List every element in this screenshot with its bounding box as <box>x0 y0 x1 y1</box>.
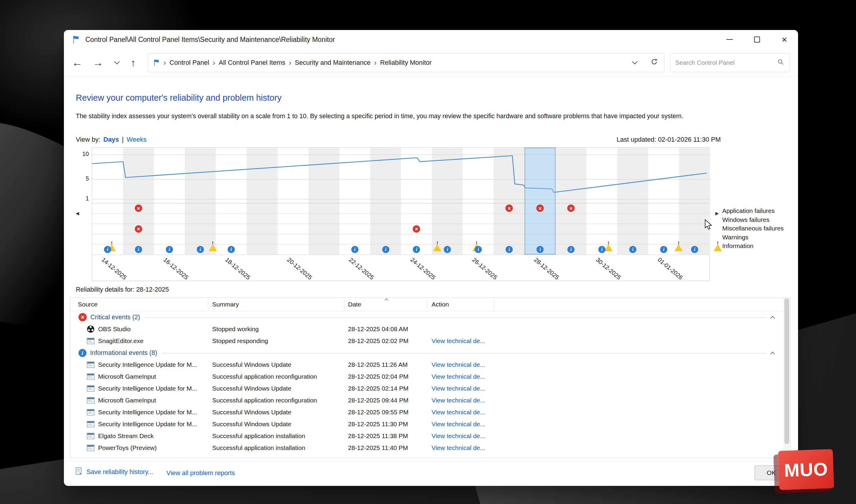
page-description: The stability index assesses your system… <box>76 112 780 120</box>
application-failure-icon: × <box>567 205 575 212</box>
event-summary: Successful Windows Update <box>212 409 291 416</box>
y-axis-tick-label: 5 <box>75 175 89 182</box>
address-bar[interactable]: › Control Panel›All Control Panel Items›… <box>148 53 664 72</box>
y-axis-tick-label: 10 <box>75 150 89 157</box>
scrollbar-thumb[interactable] <box>784 299 789 444</box>
details-table-body: ×Critical events (2)OBS StudioStopped wo… <box>70 311 783 458</box>
date-axis-label: 01-01-2026 <box>656 256 684 281</box>
search-icon <box>777 58 785 67</box>
application-icon <box>87 421 94 427</box>
critical-events-icon: × <box>78 313 87 321</box>
event-summary: Successful application reconfiguration <box>212 397 317 404</box>
save-reliability-history-link[interactable]: Save reliability history... <box>87 468 153 476</box>
chart-scroll-right-icon[interactable]: ► <box>714 211 720 216</box>
application-failure-icon: × <box>537 205 544 212</box>
details-table-header: SourceSummaryDateAction <box>70 298 790 311</box>
navigation-bar: ← → ↑ › Control Panel›All Control Panel … <box>64 49 798 76</box>
chart-row-separator <box>92 203 710 203</box>
event-row[interactable]: Elgato Stream DeckSuccessful application… <box>70 430 783 442</box>
collapse-group-icon[interactable] <box>770 352 775 356</box>
event-row[interactable]: Security Intelligence Update for M...Suc… <box>70 382 783 394</box>
report-document-icon <box>75 467 83 477</box>
breadcrumb-item[interactable]: Security and Maintenance <box>292 59 373 67</box>
breadcrumb-item[interactable]: Control Panel <box>167 59 212 67</box>
sort-ascending-icon <box>385 298 388 302</box>
refresh-icon[interactable] <box>650 58 658 68</box>
column-header-date[interactable]: Date <box>348 301 361 308</box>
event-row[interactable]: Microsoft GameInputSuccessful applicatio… <box>70 394 783 406</box>
muo-watermark: MUO <box>778 449 834 490</box>
group-divider-line <box>145 318 766 318</box>
view-technical-details-link[interactable]: View technical de... <box>432 444 485 451</box>
date-axis-label: 22-12-2025 <box>347 256 375 281</box>
view-by-days-link[interactable]: Days <box>103 136 119 143</box>
search-box[interactable] <box>670 53 790 72</box>
legend-item: Warnings <box>722 233 784 242</box>
collapse-group-icon[interactable] <box>770 316 775 321</box>
obs-studio-icon <box>87 325 94 333</box>
chart-row-separator <box>92 234 710 234</box>
date-axis-label: 16-12-2025 <box>162 256 190 281</box>
event-date: 28-12-2025 11:26 AM <box>348 361 407 368</box>
back-button[interactable]: ← <box>69 49 85 76</box>
date-axis-label: 18-12-2025 <box>224 256 251 281</box>
event-group-row[interactable]: iInformational events (8) <box>70 347 783 359</box>
column-header-summary[interactable]: Summary <box>212 301 239 308</box>
view-technical-details-link[interactable]: View technical de... <box>432 337 485 344</box>
event-row[interactable]: PowerToys (Preview)Successful applicatio… <box>70 442 783 454</box>
reliability-monitor-window: Control Panel\All Control Panel Items\Se… <box>64 30 798 486</box>
up-button[interactable]: ↑ <box>125 49 141 76</box>
information-icon: i <box>537 246 544 253</box>
recent-pages-dropdown[interactable] <box>110 49 123 76</box>
column-header-source[interactable]: Source <box>78 301 98 308</box>
breadcrumb-separator-icon[interactable]: › <box>212 58 216 67</box>
event-row[interactable]: Microsoft GameInputSuccessful applicatio… <box>70 371 783 382</box>
view-technical-details-link[interactable]: View technical de... <box>432 432 485 439</box>
maximize-button[interactable] <box>744 30 771 49</box>
view-technical-details-link[interactable]: View technical de... <box>432 373 485 380</box>
view-technical-details-link[interactable]: View technical de... <box>432 397 485 404</box>
warning-icon: ! <box>108 239 116 244</box>
event-summary: Successful Windows Update <box>212 420 291 428</box>
address-dropdown-icon[interactable] <box>633 62 637 64</box>
view-technical-details-link[interactable]: View technical de... <box>432 409 485 416</box>
breadcrumb-item[interactable]: Reliability Monitor <box>377 59 435 67</box>
breadcrumb-separator-icon[interactable]: › <box>373 58 377 67</box>
application-failure-icon: × <box>135 225 142 233</box>
view-by-weeks-link[interactable]: Weeks <box>127 136 146 143</box>
event-row[interactable]: OBS StudioStopped working28-12-2025 04:0… <box>70 323 783 335</box>
vertical-scrollbar[interactable] <box>784 298 790 458</box>
event-row[interactable]: SnagitEditor.exeStopped responding28-12-… <box>70 335 783 347</box>
event-row[interactable]: Security Intelligence Update for M...Suc… <box>70 359 783 371</box>
view-technical-details-link[interactable]: View technical de... <box>432 385 485 392</box>
event-row[interactable]: Security Intelligence Update for M...Suc… <box>70 418 783 430</box>
close-button[interactable]: × <box>771 30 798 49</box>
application-failure-icon: × <box>135 205 142 212</box>
view-all-problem-reports-link[interactable]: View all problem reports <box>167 470 235 477</box>
chevron-down-icon <box>114 59 120 64</box>
forward-button[interactable]: → <box>90 49 106 76</box>
chart-scroll-left-icon[interactable]: ◄ <box>75 211 80 216</box>
information-icon: i <box>567 246 575 253</box>
details-table: SourceSummaryDateAction ×Critical events… <box>70 297 791 458</box>
selected-day-column[interactable] <box>525 148 556 254</box>
column-header-action[interactable]: Action <box>432 301 449 308</box>
minimize-icon <box>727 39 733 40</box>
view-technical-details-link[interactable]: View technical de... <box>432 420 485 428</box>
application-icon <box>87 338 94 344</box>
breadcrumb-item[interactable]: All Control Panel Items <box>216 59 288 67</box>
warning-icon: ! <box>714 239 722 244</box>
minimize-button[interactable] <box>716 30 744 49</box>
information-icon: i <box>506 246 513 253</box>
event-source: Elgato Stream Deck <box>98 432 154 439</box>
event-date: 28-12-2025 09:55 PM <box>348 409 408 416</box>
event-row[interactable]: Security Intelligence Update for M...Suc… <box>70 406 783 418</box>
event-group-row[interactable]: ×Critical events (2) <box>70 311 783 323</box>
window-title: Control Panel\All Control Panel Items\Se… <box>85 36 335 44</box>
search-input[interactable] <box>675 59 777 66</box>
view-technical-details-link[interactable]: View technical de... <box>432 361 485 368</box>
breadcrumb-separator-icon[interactable]: › <box>288 58 292 67</box>
application-failure-icon: × <box>506 205 513 212</box>
application-icon <box>87 445 94 451</box>
event-summary: Stopped responding <box>212 337 268 344</box>
